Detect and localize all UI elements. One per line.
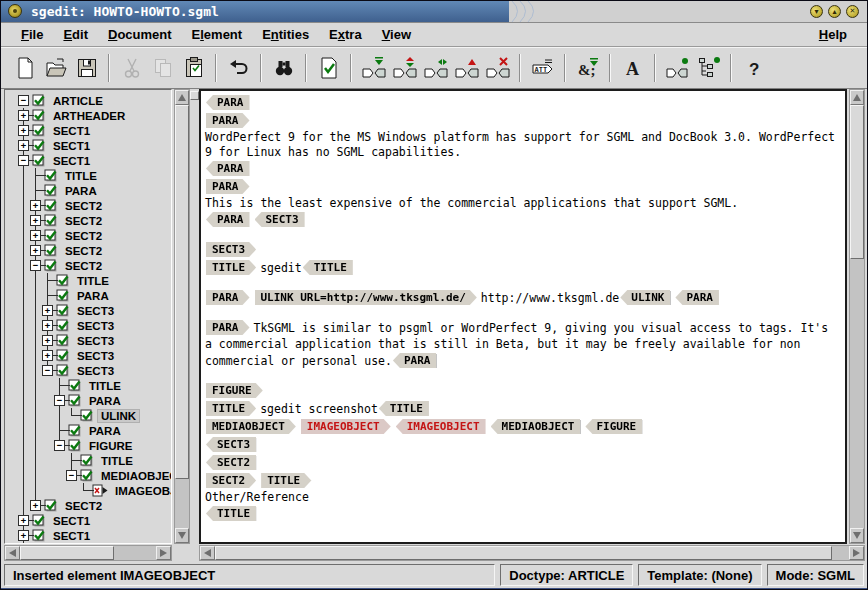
maximize-icon[interactable]: ▴ [828,5,841,18]
tree-node-sect2[interactable]: +SECT2 [18,243,171,258]
tree-node-label[interactable]: ARTHEADER [50,110,128,122]
expand-icon[interactable]: + [30,215,41,226]
collapse-icon[interactable]: − [54,395,65,406]
expand-icon[interactable]: + [18,515,29,526]
tree-node-title[interactable]: TITLE [18,378,171,393]
tree-node-label[interactable]: SECT2 [62,245,105,257]
element-info-icon[interactable] [664,55,691,82]
start-tag-title[interactable]: TITLE [261,473,311,488]
end-tag-para[interactable]: PARA [206,161,250,176]
tree-node-label[interactable]: ULINK [98,410,139,422]
scroll-down-icon[interactable] [850,528,864,543]
menu-document[interactable]: Document [98,25,182,44]
document-view[interactable]: PARAPARAWordPerfect 9 for the MS Windows… [199,89,847,544]
tree-vscroll-thumb[interactable] [175,105,189,479]
tree-node-sect3[interactable]: +SECT3 [18,348,171,363]
end-tag-mediaobject[interactable]: MEDIAOBJECT [491,419,581,434]
tree-node-label[interactable]: TITLE [74,275,112,287]
tree-node-label[interactable]: SECT3 [74,350,117,362]
tree-node-artheader[interactable]: +ARTHEADER [18,108,171,123]
tree-vertical-scrollbar[interactable] [174,89,190,544]
start-tag-title[interactable]: TITLE [206,401,256,416]
insert-element-icon[interactable] [360,55,387,82]
tree-node-label[interactable]: IMAGEOBJECT [112,485,172,497]
menu-file[interactable]: File [11,25,53,44]
tree-node-ulink[interactable]: ULINK [18,408,171,423]
menu-entities[interactable]: Entities [252,25,319,44]
titlebar[interactable]: sgedit: HOWTO-HOWTO.sgml ▾ ▴ ✕ [1,1,867,23]
tree-node-sect2[interactable]: +SECT2 [18,198,171,213]
element-tree[interactable]: −ARTICLE+ARTHEADER+SECT1+SECT1−SECT1TITL… [4,89,172,544]
menu-element[interactable]: Element [182,25,253,44]
end-tag-para[interactable]: PARA [206,212,250,227]
delete-element-icon[interactable] [484,55,511,82]
tree-node-mediaobject[interactable]: −MEDIAOBJECT [18,468,171,483]
end-tag-sect2[interactable]: SECT2 [206,455,256,470]
start-tag-mediaobject[interactable]: MEDIAOBJECT [206,419,296,434]
expand-icon[interactable]: + [30,245,41,256]
end-tag-sect3[interactable]: SECT3 [206,437,256,452]
tree-node-label[interactable]: ARTICLE [50,95,106,107]
tree-node-sect1[interactable]: +SECT1 [18,123,171,138]
tree-node-label[interactable]: SECT1 [50,125,93,137]
character-format-icon[interactable]: A [619,55,646,82]
tree-node-para[interactable]: PARA [18,288,171,303]
tree-node-imageobject[interactable]: IMAGEOBJECT [18,483,171,498]
scroll-right-icon[interactable] [156,546,171,560]
expand-icon[interactable]: + [18,125,29,136]
tree-node-sect3[interactable]: +SECT3 [18,318,171,333]
tree-node-label[interactable]: SECT3 [74,305,117,317]
end-tag-figure[interactable]: FIGURE [585,419,642,434]
edit-attributes-icon[interactable]: ATT [529,55,556,82]
start-tag-title[interactable]: TITLE [206,260,256,275]
tree-node-article[interactable]: −ARTICLE [18,93,171,108]
tree-node-label[interactable]: SECT1 [50,155,93,167]
tree-node-label[interactable]: TITLE [98,455,136,467]
expand-icon[interactable]: + [42,320,53,331]
tree-node-title[interactable]: TITLE [18,453,171,468]
tree-node-para[interactable]: PARA [18,183,171,198]
tree-node-label[interactable]: SECT3 [74,335,117,347]
tree-horizontal-scrollbar[interactable] [4,545,172,561]
scroll-left-icon[interactable] [200,546,215,560]
start-tag-para[interactable]: PARA [206,113,250,128]
document-vertical-scrollbar[interactable] [849,89,865,544]
tree-node-label[interactable]: PARA [62,185,100,197]
save-document-icon[interactable] [73,55,100,82]
end-tag-title[interactable]: TITLE [379,401,429,416]
tree-node-label[interactable]: TITLE [62,170,100,182]
scroll-left-icon[interactable] [5,546,20,560]
tree-node-sect1[interactable]: +SECT1 [18,513,171,528]
document-tree-icon[interactable] [695,55,722,82]
expand-icon[interactable]: + [18,530,29,541]
new-document-icon[interactable] [11,55,38,82]
tree-node-title[interactable]: TITLE [18,168,171,183]
insert-entity-icon[interactable]: &; [574,55,601,82]
menu-extra[interactable]: Extra [319,25,372,44]
move-element-up-icon[interactable] [453,55,480,82]
scroll-down-icon[interactable] [175,528,189,543]
tree-node-sect1[interactable]: +SECT1 [18,138,171,153]
tree-node-label[interactable]: MEDIAOBJECT [98,470,172,482]
tree-node-para[interactable]: PARA [18,423,171,438]
split-element-icon[interactable] [391,55,418,82]
tree-node-figure[interactable]: −FIGURE [18,438,171,453]
collapse-icon[interactable]: − [18,95,29,106]
start-tag-para[interactable]: PARA [206,179,250,194]
tree-node-sect2[interactable]: +SECT2 [18,228,171,243]
end-tag-title[interactable]: TITLE [206,506,256,521]
expand-icon[interactable]: + [30,230,41,241]
doc-hscroll-thumb[interactable] [215,546,832,560]
scroll-right-icon[interactable] [849,546,864,560]
tree-node-sect1[interactable]: −SECT1 [18,153,171,168]
start-tag-ulink[interactable]: ULINK URL=http://www.tksgml.de/ [255,290,477,305]
expand-icon[interactable]: + [30,500,41,511]
start-tag-para[interactable]: PARA [206,290,250,305]
expand-icon[interactable]: + [30,200,41,211]
tree-node-label[interactable]: SECT2 [62,200,105,212]
help-icon[interactable]: ? [740,55,767,82]
end-tag-ulink[interactable]: ULINK [620,290,670,305]
tree-hscroll-thumb[interactable] [20,546,114,560]
tree-node-label[interactable]: SECT1 [50,530,93,542]
collapse-icon[interactable]: − [30,260,41,271]
